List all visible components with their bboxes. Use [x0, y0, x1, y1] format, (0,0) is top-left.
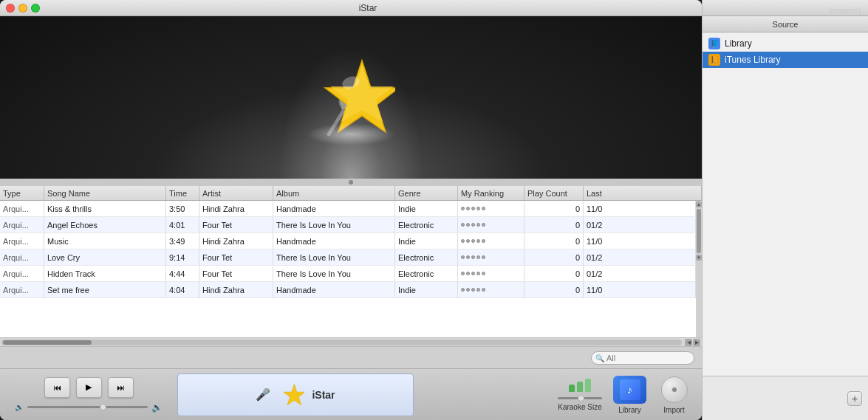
cell-ranking: [458, 233, 524, 249]
rating-dot: [466, 239, 470, 243]
karaoke-slider-thumb[interactable]: [578, 395, 584, 402]
cell-last: 01/2: [584, 249, 696, 265]
next-icon: ⏭: [117, 383, 125, 392]
table-row[interactable]: Arqui... Set me free 4:04 Hindi Zahra Ha…: [0, 282, 696, 298]
right-panel: Source 📘 Library 📙 iTunes Library +: [702, 0, 868, 420]
right-panel-bottom: +: [703, 376, 868, 420]
cell-genre: Indie: [395, 282, 458, 297]
table-row[interactable]: Arqui... Hidden Track 4:44 Four Tet Ther…: [0, 266, 696, 282]
rating-dot: [466, 255, 470, 259]
library-inner-icon: ♪: [620, 379, 640, 400]
col-playcount[interactable]: Play Count: [524, 186, 584, 200]
rating-dot: [461, 255, 465, 259]
col-last[interactable]: Last: [584, 186, 702, 200]
cell-album: Handmade: [273, 233, 395, 249]
scrollbar-thumb[interactable]: [3, 340, 92, 345]
cell-playcount: 0: [524, 201, 584, 216]
cell-time: 3:49: [166, 233, 199, 249]
now-playing-label: iStar: [312, 389, 335, 401]
cell-playcount: 0: [524, 249, 584, 265]
rating-dot: [482, 207, 485, 210]
scroll-thumb[interactable]: [697, 209, 701, 253]
cell-genre: Electronic: [395, 249, 458, 265]
col-ranking[interactable]: My Ranking: [458, 186, 524, 200]
scroll-left-arrow[interactable]: ◀: [685, 339, 692, 346]
cell-song: Set me free: [44, 282, 166, 297]
col-artist[interactable]: Artist: [199, 186, 273, 200]
table-header: Type Song Name Time Artist Album Genre M…: [0, 186, 702, 201]
volume-low-icon: 🔈: [15, 403, 24, 411]
prev-button[interactable]: ⏮: [44, 377, 70, 398]
rating-dot: [476, 255, 480, 259]
playback-buttons: ⏮ ▶ ⏭: [11, 377, 166, 398]
volume-slider[interactable]: [27, 406, 148, 408]
table-row[interactable]: Arqui... Music 3:49 Hindi Zahra Handmade…: [0, 233, 696, 249]
cell-artist: Four Tet: [199, 266, 273, 281]
scroll-up-arrow[interactable]: ▲: [696, 202, 702, 207]
search-input[interactable]: [591, 351, 694, 365]
rating-dot: [461, 288, 465, 292]
rating-dots: [461, 288, 485, 292]
rating-dot: [471, 223, 475, 227]
karaoke-slider[interactable]: [558, 397, 602, 399]
rating-dot: [461, 239, 465, 243]
col-time[interactable]: Time: [166, 186, 199, 200]
play-button[interactable]: ▶: [76, 377, 102, 398]
cell-playcount: 0: [524, 233, 584, 249]
table-row[interactable]: Arqui... Angel Echoes 4:01 Four Tet Ther…: [0, 217, 696, 233]
scrollbar-track[interactable]: [1, 340, 682, 345]
cell-album: There Is Love In You: [273, 217, 395, 233]
cell-ranking: [458, 249, 524, 265]
rating-dot: [476, 288, 480, 292]
now-playing-star-icon: [278, 383, 304, 407]
vertical-scrollbar[interactable]: ▲ ▼: [696, 201, 702, 337]
library-button[interactable]: ♪ Library: [613, 376, 646, 414]
title-bar: iStar: [0, 0, 702, 16]
rating-dot: [482, 272, 485, 275]
cell-playcount: 0: [524, 266, 584, 281]
traffic-lights: [6, 4, 40, 13]
col-song[interactable]: Song Name: [44, 186, 166, 200]
scroll-down-arrow[interactable]: ▼: [696, 255, 702, 261]
maximize-button[interactable]: [31, 4, 40, 13]
search-icon: 🔍: [595, 354, 604, 362]
cell-time: 3:50: [166, 201, 199, 216]
col-album[interactable]: Album: [273, 186, 395, 200]
close-button[interactable]: [6, 4, 15, 13]
search-wrapper: 🔍: [591, 351, 694, 365]
rating-dot: [466, 223, 470, 227]
minimize-button[interactable]: [18, 4, 27, 13]
source-item-library[interactable]: 📘 Library: [703, 35, 868, 52]
horizontal-scrollbar[interactable]: ◀ ▶: [0, 337, 702, 346]
cell-playcount: 0: [524, 282, 584, 297]
table-body[interactable]: Arqui... Kiss & thrills 3:50 Hindi Zahra…: [0, 201, 696, 337]
source-item-itunes[interactable]: 📙 iTunes Library: [703, 52, 868, 68]
cell-time: 4:04: [166, 282, 199, 297]
karaoke-bar-1: [569, 385, 575, 392]
hero-area: [0, 16, 702, 179]
col-type: Type: [0, 186, 44, 200]
next-button[interactable]: ⏭: [108, 377, 134, 398]
playback-controls: ⏮ ▶ ⏭ 🔈 🔊: [11, 377, 166, 413]
rating-dot: [471, 272, 475, 275]
table-row[interactable]: Arqui... Kiss & thrills 3:50 Hindi Zahra…: [0, 201, 696, 217]
volume-thumb[interactable]: [100, 404, 106, 410]
import-button[interactable]: Import: [657, 376, 691, 414]
rating-dot: [471, 239, 475, 243]
col-genre[interactable]: Genre: [395, 186, 458, 200]
add-button[interactable]: +: [847, 391, 862, 406]
karaoke-size-button[interactable]: Karaoke Size: [558, 379, 602, 411]
cell-last: 11/0: [584, 282, 696, 297]
cell-ranking: [458, 266, 524, 281]
scroll-right-arrow[interactable]: ▶: [693, 339, 700, 346]
cell-artist: Four Tet: [199, 217, 273, 233]
itunes-source-icon: 📙: [708, 54, 720, 66]
cell-artist: Hindi Zahra: [199, 233, 273, 249]
rating-dot: [482, 239, 485, 243]
cell-ranking: [458, 217, 524, 233]
cell-type: Arqui...: [0, 282, 44, 297]
imagem-label: Imagem1: [828, 6, 862, 15]
rating-dot: [466, 288, 470, 292]
table-row[interactable]: Arqui... Love Cry 9:14 Four Tet There Is…: [0, 249, 696, 266]
cell-type: Arqui...: [0, 266, 44, 281]
